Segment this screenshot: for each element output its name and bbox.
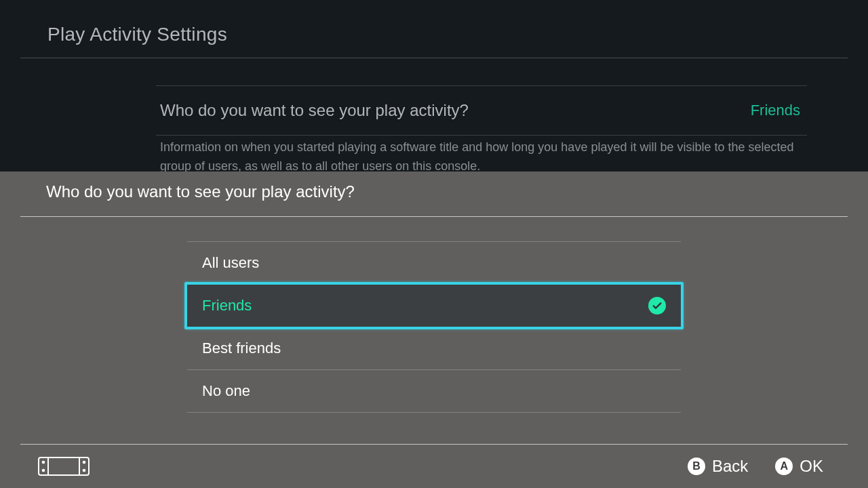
setting-description: Information on when you started playing … — [156, 136, 807, 176]
play-activity-visibility-row[interactable]: Who do you want to see your play activit… — [156, 86, 807, 135]
modal-title: Who do you want to see your play activit… — [46, 182, 848, 201]
ok-label: OK — [800, 457, 823, 476]
ok-button[interactable]: A OK — [775, 457, 823, 476]
option-friends[interactable]: Friends — [187, 285, 681, 327]
option-all-users-wrap: All users — [187, 242, 681, 284]
setting-value: Friends — [751, 102, 800, 119]
svg-point-4 — [42, 469, 45, 472]
controller-icon — [37, 456, 91, 476]
option-all-users[interactable]: All users — [187, 242, 681, 284]
page-header: Play Activity Settings — [0, 0, 868, 58]
a-button-icon: A — [775, 458, 793, 475]
modal-header-separator — [20, 216, 848, 217]
option-label: No one — [202, 382, 250, 400]
modal-header: Who do you want to see your play activit… — [0, 171, 868, 216]
option-best-friends[interactable]: Best friends — [187, 327, 681, 369]
page-title: Play Activity Settings — [47, 24, 821, 45]
svg-point-5 — [83, 461, 86, 464]
setting-label: Who do you want to see your play activit… — [160, 101, 469, 120]
page-content: Who do you want to see your play activit… — [0, 58, 868, 176]
option-list: All users Friends Best friends No one — [187, 241, 681, 413]
back-button[interactable]: B Back — [688, 457, 748, 476]
back-label: Back — [712, 457, 748, 476]
selection-modal: Who do you want to see your play activit… — [0, 171, 868, 488]
option-label: All users — [202, 254, 259, 272]
option-label: Friends — [202, 297, 252, 314]
option-friends-wrap: Friends — [187, 285, 681, 327]
footer-bar: B Back A OK — [0, 445, 868, 488]
option-best-friends-wrap: Best friends — [187, 327, 681, 369]
b-button-icon: B — [688, 458, 705, 475]
option-label: Best friends — [202, 340, 281, 357]
svg-point-3 — [42, 461, 45, 464]
footer-buttons: B Back A OK — [688, 457, 823, 476]
check-icon — [648, 297, 666, 314]
option-no-one-wrap: No one — [187, 370, 681, 412]
svg-point-6 — [83, 469, 86, 472]
option-separator — [187, 412, 681, 413]
option-no-one[interactable]: No one — [187, 370, 681, 412]
svg-rect-0 — [39, 458, 89, 475]
